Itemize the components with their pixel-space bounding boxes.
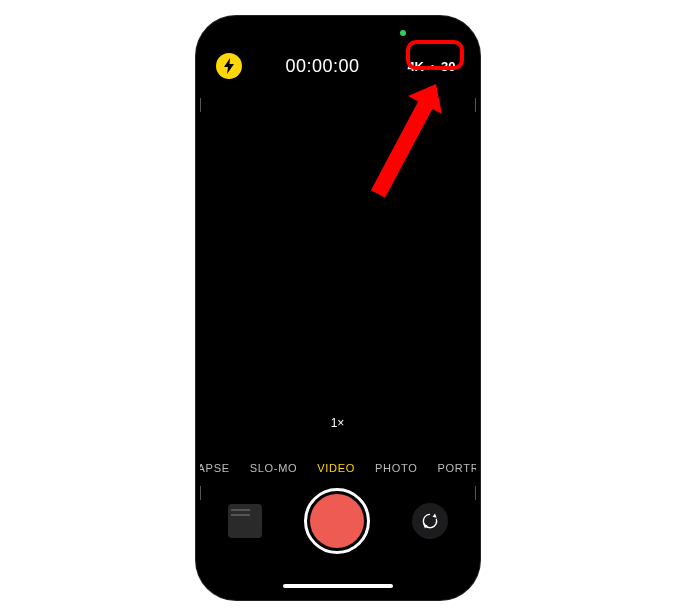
mode-video[interactable]: VIDEO	[317, 462, 355, 474]
mode-timelapse[interactable]: ME-LAPSE	[200, 462, 230, 474]
record-button-inner	[310, 494, 364, 548]
flip-camera-button[interactable]	[412, 503, 448, 539]
camera-active-indicator	[400, 30, 406, 36]
camera-bottom-controls	[200, 486, 476, 556]
bolt-icon	[223, 58, 235, 74]
frame-guide	[475, 98, 476, 112]
camera-flip-icon	[420, 511, 440, 531]
mode-slomo[interactable]: SLO-MO	[250, 462, 298, 474]
record-button[interactable]	[304, 488, 370, 554]
camera-top-bar: 00:00:00 4K 30	[200, 48, 476, 84]
zoom-level[interactable]: 1×	[331, 416, 345, 430]
frame-guide	[200, 98, 201, 112]
resolution-label: 4K	[407, 59, 424, 74]
fps-label: 30	[441, 59, 455, 74]
home-indicator[interactable]	[283, 584, 393, 588]
mode-photo[interactable]: PHOTO	[375, 462, 417, 474]
camera-app-screen: 00:00:00 4K 30 1× ME-LAPSE SLO-MO VIDEO …	[200, 20, 476, 596]
flash-toggle[interactable]	[216, 53, 242, 79]
zoom-label: 1×	[331, 416, 345, 430]
recording-timer: 00:00:00	[285, 56, 359, 77]
phone-frame: 00:00:00 4K 30 1× ME-LAPSE SLO-MO VIDEO …	[196, 16, 480, 600]
last-capture-thumbnail[interactable]	[228, 504, 262, 538]
video-format-selector[interactable]: 4K 30	[403, 57, 459, 76]
camera-mode-selector[interactable]: ME-LAPSE SLO-MO VIDEO PHOTO PORTRAIT	[200, 462, 476, 474]
separator-dot	[431, 65, 434, 68]
mode-portrait[interactable]: PORTRAIT	[437, 462, 475, 474]
